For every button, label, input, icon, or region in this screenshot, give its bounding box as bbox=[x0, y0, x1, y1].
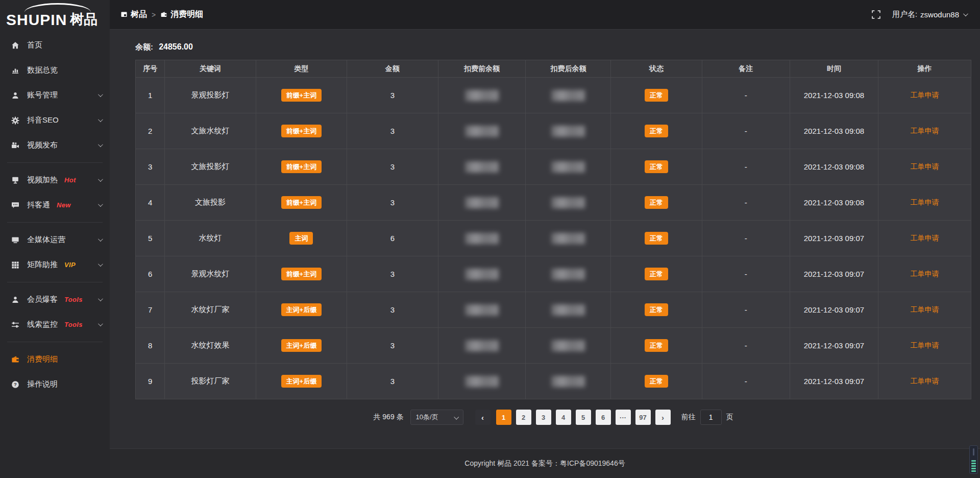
ticket-apply-link[interactable]: 工单申请 bbox=[911, 198, 939, 206]
sidebar-item-label: 抖音SEO bbox=[27, 115, 59, 125]
status-badge: 正常 bbox=[645, 232, 668, 245]
sidebar-item-label: 全媒体运营 bbox=[27, 235, 65, 245]
page-ellipsis-button[interactable]: ··· bbox=[616, 410, 631, 425]
user-menu[interactable]: 用户名: zswodun88 bbox=[892, 10, 967, 19]
type-badge: 前缀+主词 bbox=[281, 160, 322, 173]
cell-remark: - bbox=[702, 78, 790, 113]
sidebar-item-douketong[interactable]: 抖客通 New bbox=[0, 193, 110, 218]
cell-status: 正常 bbox=[611, 364, 702, 399]
cell-action: 工单申请 bbox=[878, 292, 971, 328]
redacted-value bbox=[465, 376, 499, 387]
sidebar-item-clue-monitor[interactable]: 线索监控 Tools bbox=[0, 312, 110, 337]
sidebar-item-home[interactable]: 首页 bbox=[0, 33, 110, 58]
breadcrumb-current[interactable]: 消费明细 bbox=[160, 9, 203, 20]
capture-widget[interactable] bbox=[969, 445, 978, 474]
cell-action: 工单申请 bbox=[878, 113, 971, 149]
sidebar-item-label: 首页 bbox=[27, 40, 42, 50]
sidebar-item-data-overview[interactable]: 数据总览 bbox=[0, 58, 110, 83]
ticket-apply-link[interactable]: 工单申请 bbox=[911, 162, 939, 171]
app-icon bbox=[121, 11, 128, 18]
redacted-value bbox=[465, 90, 499, 101]
next-page-button[interactable]: › bbox=[655, 410, 671, 425]
ticket-apply-link[interactable]: 工单申请 bbox=[911, 127, 939, 135]
cell-status: 正常 bbox=[611, 113, 702, 149]
sidebar-item-matrix-boost[interactable]: 矩阵助推 VIP bbox=[0, 252, 110, 277]
col-header-balance-after: 扣费后余额 bbox=[526, 60, 611, 78]
cell-type: 前缀+主词 bbox=[256, 78, 347, 113]
type-badge: 前缀+主词 bbox=[281, 89, 322, 102]
table-row: 6 景观水纹灯 前缀+主词 3 正常 - 2021-12-03 09:07 工单… bbox=[136, 256, 971, 292]
prev-page-button[interactable]: ‹ bbox=[475, 410, 491, 425]
balance-row: 余额: 24856.00 bbox=[135, 42, 971, 52]
cell-type: 主词+后缀 bbox=[256, 292, 347, 328]
cell-keyword: 文旅投影灯 bbox=[165, 149, 256, 185]
ticket-apply-link[interactable]: 工单申请 bbox=[911, 341, 939, 349]
cell-balance-before bbox=[438, 149, 526, 185]
nav-divider bbox=[7, 162, 103, 163]
chevron-down-icon bbox=[98, 117, 103, 122]
sidebar-item-label: 视频发布 bbox=[27, 140, 58, 150]
sidebar-item-label: 线索监控 bbox=[27, 320, 58, 329]
hot-badge: Hot bbox=[64, 176, 76, 184]
page-button-5[interactable]: 5 bbox=[576, 410, 591, 425]
cell-keyword: 文旅水纹灯 bbox=[165, 113, 256, 149]
cell-action: 工单申请 bbox=[878, 256, 971, 292]
fullscreen-icon[interactable] bbox=[872, 10, 881, 19]
sidebar-item-video-heat[interactable]: 视频加热 Hot bbox=[0, 168, 110, 193]
cell-no: 9 bbox=[136, 364, 165, 399]
redacted-value bbox=[465, 197, 499, 208]
redacted-value bbox=[551, 376, 585, 387]
tools-badge: Tools bbox=[64, 321, 83, 328]
sidebar-item-douyin-seo[interactable]: 抖音SEO bbox=[0, 108, 110, 133]
table-row: 7 水纹灯厂家 主词+后缀 3 正常 - 2021-12-03 09:07 工单… bbox=[136, 292, 971, 328]
ticket-apply-link[interactable]: 工单申请 bbox=[911, 377, 939, 385]
ticket-apply-link[interactable]: 工单申请 bbox=[911, 91, 939, 99]
status-badge: 正常 bbox=[645, 303, 668, 316]
ticket-apply-link[interactable]: 工单申请 bbox=[911, 234, 939, 242]
type-badge: 主词+后缀 bbox=[281, 339, 322, 352]
cell-no: 3 bbox=[136, 149, 165, 185]
ticket-apply-link[interactable]: 工单申请 bbox=[911, 305, 939, 314]
cell-balance-after bbox=[526, 221, 611, 256]
sidebar-item-all-media[interactable]: 全媒体运营 bbox=[0, 227, 110, 252]
new-badge: New bbox=[57, 201, 71, 209]
page-button-1[interactable]: 1 bbox=[496, 410, 511, 425]
page-button-2[interactable]: 2 bbox=[516, 410, 531, 425]
widget-handle bbox=[973, 448, 974, 456]
cell-keyword: 水纹灯效果 bbox=[165, 328, 256, 364]
redacted-value bbox=[465, 269, 499, 280]
cell-action: 工单申请 bbox=[878, 149, 971, 185]
sidebar-item-help[interactable]: ? 操作说明 bbox=[0, 372, 110, 397]
consumption-table: 序号 关键词 类型 金额 扣费前余额 扣费后余额 状态 备注 时间 操作 1 景… bbox=[135, 60, 971, 399]
page-size-value: 10条/页 bbox=[416, 413, 438, 422]
sidebar-item-video-publish[interactable]: 视频发布 bbox=[0, 133, 110, 158]
page-size-select[interactable]: 10条/页 bbox=[410, 410, 463, 425]
chevron-down-icon bbox=[98, 202, 103, 207]
status-badge: 正常 bbox=[645, 339, 668, 352]
monitor-icon bbox=[11, 236, 20, 244]
page-button-97[interactable]: 97 bbox=[635, 410, 651, 425]
page-button-3[interactable]: 3 bbox=[536, 410, 551, 425]
grid-icon bbox=[11, 261, 20, 269]
page-button-6[interactable]: 6 bbox=[596, 410, 611, 425]
cell-amount: 3 bbox=[347, 292, 438, 328]
cell-amount: 3 bbox=[347, 185, 438, 221]
cell-no: 8 bbox=[136, 328, 165, 364]
page-button-4[interactable]: 4 bbox=[556, 410, 571, 425]
cell-balance-after bbox=[526, 78, 611, 113]
footer: Copyright 树品 2021 备案号：粤ICP备09019646号 bbox=[110, 448, 980, 478]
cell-balance-before bbox=[438, 364, 526, 399]
logo-text-cn: 树品 bbox=[70, 10, 97, 29]
sidebar-item-account-mgmt[interactable]: 账号管理 bbox=[0, 83, 110, 108]
redacted-value bbox=[551, 269, 585, 280]
breadcrumb-home[interactable]: 树品 bbox=[121, 9, 147, 20]
jump-page-input[interactable] bbox=[700, 410, 722, 425]
sidebar-item-member-burst[interactable]: 会员爆客 Tools bbox=[0, 287, 110, 312]
sidebar-item-consumption-detail[interactable]: 消费明细 bbox=[0, 347, 110, 372]
app-logo[interactable]: SHUPIN 树品 bbox=[0, 0, 110, 32]
total-count: 共 969 条 bbox=[373, 413, 403, 422]
table-header-row: 序号 关键词 类型 金额 扣费前余额 扣费后余额 状态 备注 时间 操作 bbox=[136, 60, 971, 78]
cell-no: 4 bbox=[136, 185, 165, 221]
ticket-apply-link[interactable]: 工单申请 bbox=[911, 270, 939, 278]
topbar: 树品 > 消费明细 用户名: zswodun88 bbox=[110, 0, 980, 30]
